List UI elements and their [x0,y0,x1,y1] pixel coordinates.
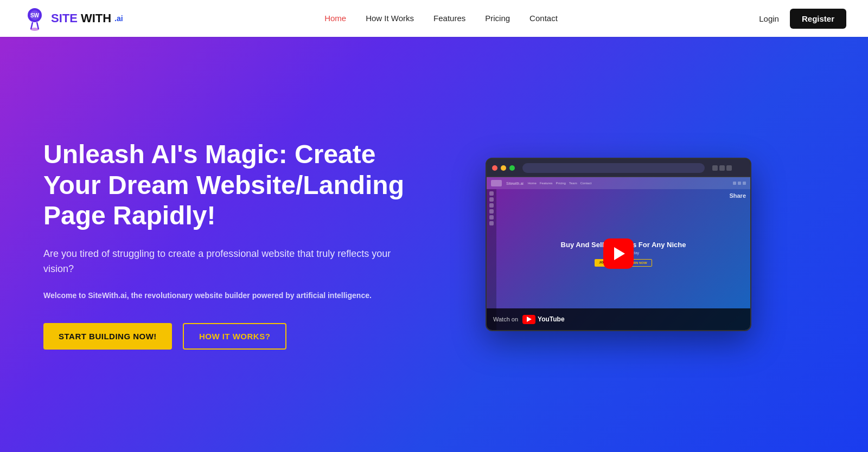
nav-link-home[interactable]: Home [324,14,346,23]
browser-control [712,165,718,171]
svg-text:SW: SW [30,12,40,18]
video-share-label: Share [729,192,746,199]
youtube-logo: YouTube [522,315,565,324]
video-nav-control [738,182,741,185]
hero-buttons: START BUILDING NOW! HOW IT WORKS? [43,323,412,350]
video-nav-control [743,182,746,185]
logo[interactable]: SW SITEWITH.ai [22,5,123,31]
register-button[interactable]: Register [790,9,846,29]
hero-title: Unleash AI's Magic: Create Your Dream We… [43,139,412,231]
video-nav-team: Team [569,182,577,185]
nav-item-contact[interactable]: Contact [529,14,558,23]
video-nav-control [733,182,736,185]
browser-control [726,165,732,171]
play-button[interactable] [603,238,634,269]
start-building-button[interactable]: START BUILDING NOW! [43,323,172,350]
navbar: SW SITEWITH.ai Home How It Works Feature… [0,0,868,37]
login-link[interactable]: Login [759,14,779,23]
nav-menu: Home How It Works Features Pricing Conta… [324,14,558,23]
toolbar-item [489,191,494,196]
how-it-works-button[interactable]: HOW IT WORKS? [183,323,286,350]
hero-subtitle: Are you tired of struggling to create a … [43,247,412,277]
video-nav-home: Home [528,182,537,185]
toolbar-item [489,215,494,219]
youtube-bar: Watch on YouTube [487,308,750,330]
hero-content-left: Unleash AI's Magic: Create Your Dream We… [43,139,412,350]
browser-bar [487,159,750,177]
browser-dot-minimize [501,165,506,171]
logo-ai: .ai [114,14,123,23]
watch-on-text: Watch on [493,316,518,322]
video-inner-navbar: Sitewith.ai Home Features Pricing Team C… [487,177,750,189]
toolbar-item [489,209,494,214]
nav-item-home[interactable]: Home [324,14,346,23]
video-content: Sitewith.ai Home Features Pricing Team C… [487,177,750,330]
logo-icon: SW [22,5,48,31]
nav-item-how-it-works[interactable]: How It Works [366,14,414,23]
nav-item-pricing[interactable]: Pricing [485,14,510,23]
hero-description: Welcome to SiteWith.ai, the revolutionar… [43,290,412,301]
video-site-name: Sitewith.ai [506,182,524,185]
toolbar-item [489,197,494,202]
nav-auth: Login Register [759,9,846,29]
play-icon [614,247,625,260]
toolbar-item [489,203,494,208]
logo-with: WITH [81,11,111,25]
nav-link-pricing[interactable]: Pricing [485,14,510,23]
hero-content-right: Sitewith.ai Home Features Pricing Team C… [412,158,825,331]
video-nav-features: Features [540,182,553,185]
youtube-text: YouTube [538,315,565,323]
toolbar-item [489,221,494,225]
video-nav-contact: Contact [580,182,592,185]
nav-link-features[interactable]: Features [433,14,465,23]
browser-control [719,165,725,171]
youtube-play-icon [527,317,532,322]
play-circle [603,238,634,269]
nav-link-contact[interactable]: Contact [529,14,558,23]
youtube-icon [522,315,535,324]
video-nav-pricing: Pricing [556,182,566,185]
video-logo-mini [491,180,502,186]
video-nav-items: Home Features Pricing Team Contact [528,182,591,185]
browser-dot-maximize [509,165,515,171]
hero-section: Unleash AI's Magic: Create Your Dream We… [0,37,868,452]
nav-item-features[interactable]: Features [433,14,465,23]
video-embed[interactable]: Sitewith.ai Home Features Pricing Team C… [486,158,751,331]
logo-site: SITE [51,11,78,25]
browser-url-bar [522,163,705,173]
nav-link-how-it-works[interactable]: How It Works [366,14,414,23]
svg-point-5 [30,28,39,31]
browser-dot-close [492,165,497,171]
